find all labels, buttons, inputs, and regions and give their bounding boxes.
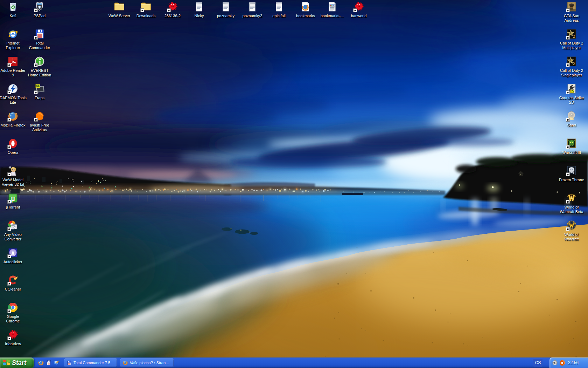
svg-text:2: 2 [573, 61, 575, 66]
svg-text:2D: 2D [570, 90, 574, 93]
svg-text:µ: µ [11, 195, 15, 203]
svg-text:99: 99 [36, 85, 40, 88]
svg-text:2: 2 [573, 34, 575, 39]
